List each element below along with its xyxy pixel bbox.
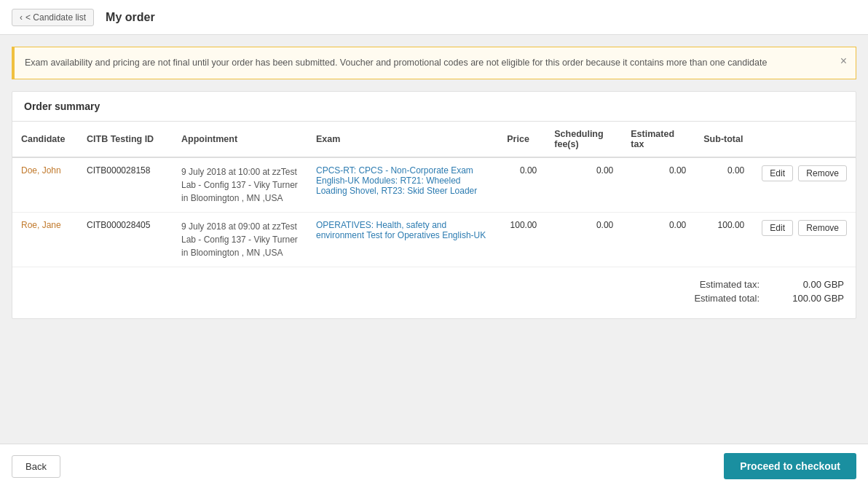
footer-bar: Back Proceed to checkout: [0, 444, 868, 488]
exam-1: CPCS-RT: CPCS - Non-Corporate Exam Engli…: [307, 157, 498, 213]
order-summary-title: Order summary: [12, 92, 856, 122]
estimated-tax-value: 0.00 GBP: [771, 279, 844, 290]
scheduling-fee-2: 0.00: [545, 212, 622, 267]
exam-2: OPERATIVES: Health, safety and environme…: [307, 212, 498, 267]
edit-button-1[interactable]: Edit: [762, 165, 793, 181]
remove-button-2[interactable]: Remove: [798, 220, 847, 236]
alert-message: Exam availability and pricing are not fi…: [25, 58, 767, 68]
estimated-total-value: 100.00 GBP: [771, 293, 844, 304]
candidate-name-1: Doe, John: [12, 157, 78, 213]
header-bar: ‹ < Candidate list My order: [0, 0, 868, 35]
col-header-candidate: Candidate: [12, 122, 78, 157]
main-content: Exam availability and pricing are not fi…: [0, 35, 868, 444]
col-header-price: Price: [498, 122, 545, 157]
col-header-actions: [753, 122, 856, 157]
candidate-list-label: < Candidate list: [25, 12, 86, 23]
estimated-total-row: Estimated total: 100.00 GBP: [24, 293, 844, 304]
col-header-scheduling: Scheduling fee(s): [545, 122, 622, 157]
totals-section: Estimated tax: 0.00 GBP Estimated total:…: [12, 267, 856, 318]
estimated-tax-1: 0.00: [622, 157, 695, 213]
table-row: Doe, John CITB000028158 9 July 2018 at 1…: [12, 157, 856, 213]
col-header-citb: CITB Testing ID: [78, 122, 173, 157]
alert-close-button[interactable]: ×: [840, 55, 847, 68]
edit-button-2[interactable]: Edit: [762, 220, 793, 236]
subtotal-2: 100.00: [695, 212, 753, 267]
scheduling-fee-1: 0.00: [545, 157, 622, 213]
appointment-2: 9 July 2018 at 09:00 at zzTest Lab - Con…: [173, 212, 307, 267]
estimated-total-label: Estimated total:: [672, 293, 760, 304]
actions-2: Edit Remove: [753, 212, 856, 267]
citb-id-1: CITB000028158: [78, 157, 173, 213]
checkout-button[interactable]: Proceed to checkout: [724, 453, 856, 479]
table-row: Roe, Jane CITB000028405 9 July 2018 at 0…: [12, 212, 856, 267]
appointment-1: 9 July 2018 at 10:00 at zzTest Lab - Con…: [173, 157, 307, 213]
col-header-estimated-tax: Estimated tax: [622, 122, 695, 157]
order-summary-section: Order summary Candidate CITB Testing ID …: [12, 91, 856, 319]
price-1: 0.00: [498, 157, 545, 213]
col-header-appointment: Appointment: [173, 122, 307, 157]
subtotal-1: 0.00: [695, 157, 753, 213]
estimated-tax-label: Estimated tax:: [672, 279, 760, 290]
candidate-name-2: Roe, Jane: [12, 212, 78, 267]
price-2: 100.00: [498, 212, 545, 267]
col-header-subtotal: Sub-total: [695, 122, 753, 157]
col-header-exam: Exam: [307, 122, 498, 157]
estimated-tax-row: Estimated tax: 0.00 GBP: [24, 279, 844, 290]
actions-1: Edit Remove: [753, 157, 856, 213]
page-title: My order: [106, 11, 155, 24]
estimated-tax-2: 0.00: [622, 212, 695, 267]
back-button[interactable]: Back: [12, 455, 60, 478]
chevron-left-icon: ‹: [20, 12, 23, 23]
candidate-list-button[interactable]: ‹ < Candidate list: [12, 9, 94, 26]
citb-id-2: CITB000028405: [78, 212, 173, 267]
order-table: Candidate CITB Testing ID Appointment Ex…: [12, 122, 856, 267]
remove-button-1[interactable]: Remove: [798, 165, 847, 181]
alert-banner: Exam availability and pricing are not fi…: [12, 47, 856, 79]
